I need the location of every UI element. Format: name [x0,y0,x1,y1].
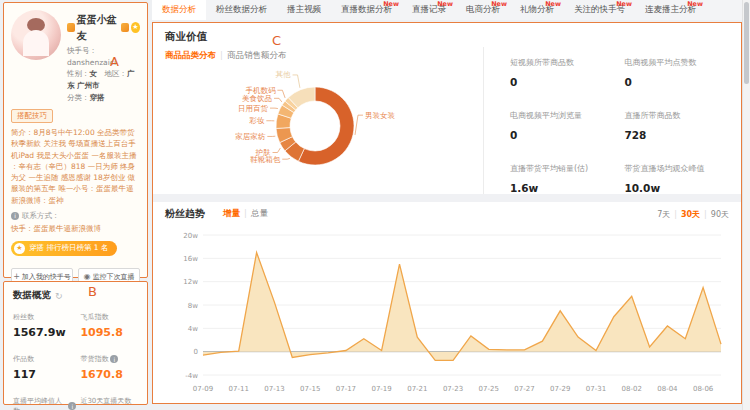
refresh-icon[interactable]: ↻ [55,291,63,301]
page-scrollbar[interactable] [742,0,750,410]
stat-label: 短视频所带商品数 [510,57,615,68]
stat-label: 电商视频平均浏览量 [510,110,615,121]
stat-label: 近30天直播天数 [80,396,131,406]
overview-stat-5: 近30天直播天数9 [80,396,138,410]
business-stat-4: 直播带货平均销量(估)1.6w [510,163,615,194]
profile-name: 蛋蛋小盆友 [77,12,119,43]
donut-label-3: 家居家纺 [235,132,266,141]
region-label: 地区： [105,69,128,78]
tab-5[interactable]: 电商分析New [456,0,510,20]
donut-label-4: 彩妆 [249,116,265,125]
x-tick-label: 07-31 [586,385,606,393]
x-tick-label: 07-15 [300,385,320,393]
stat-label: 直播所带商品数 [625,110,730,121]
x-tick-label: 08-04 [657,385,678,393]
info-icon[interactable]: i [68,402,76,410]
tab-3[interactable]: 直播数据分析New [331,0,402,20]
kuaishou-id: danshenzaici [67,58,116,67]
profile-tag: 搭配技巧 [11,109,53,123]
tab-label: 数据分析 [162,4,196,16]
donut-label-line [274,98,282,102]
profile-card: 蛋蛋小盆友 ★ 快手号：danshenzaici 性别：女 地区：广东 广州市 … [3,2,148,278]
x-tick-label: 07-17 [336,385,356,393]
overview-stat-3: 带货指数i1670.8 [80,354,138,381]
y-tick-label: -4w [185,372,198,380]
overview-stats: 粉丝数1567.9w飞瓜指数1095.8作品数117带货指数i1670.8直播平… [13,312,138,410]
tiger-emoji-icon [121,23,129,32]
range-30d[interactable]: 30天 [681,210,700,219]
overview-card: 数据概览 ↻ 粉丝数1567.9w飞瓜指数1095.8作品数117带货指数i16… [3,281,148,405]
x-tick-label: 07-27 [514,385,534,393]
stat-value: 1095.8 [80,326,138,339]
contact-value: 快手：蛋蛋最牛逼新浪微博 [11,224,140,234]
trophy-icon: ★ [14,243,25,254]
subtab-sales-distribution[interactable]: 商品销售额分布 [227,50,287,60]
donut-label-7: 手机数码 [245,86,275,95]
trend-area-fill [203,253,721,361]
shop-badge-icon: ★ [131,22,140,33]
business-stat-2: 电商视频平均浏览量0 [510,110,615,141]
range-90d[interactable]: 90天 [711,210,729,219]
y-tick-label: 20w [183,232,198,240]
tab-8[interactable]: 连麦播主分析New [635,0,706,20]
category-donut-chart: 男装女装鞋靴箱包护肤家居家纺彩妆日用百货美食饮品手机数码其他 [165,62,483,192]
gender-label: 性别： [67,69,90,78]
stat-value: 728 [625,129,730,141]
profile-intro: 简介：8月8号中午12:00 全品类带货 秋季新款 关注我 每场直播送上百台手机… [11,127,140,206]
annotation-letter-b: B [88,284,97,299]
x-tick-label: 07-25 [479,385,499,393]
donut-label-line [293,75,300,88]
tiger-emoji-icon [67,23,75,32]
stat-label: 直播平均峰值人数 [13,396,66,410]
subtab-category-distribution[interactable]: 商品品类分布 [165,50,216,60]
stat-value: 10.0w [625,182,730,194]
category-label: 分类： [67,93,90,102]
stat-value: 1670.8 [80,368,138,381]
mode-increment[interactable]: 增量 [223,208,240,218]
tab-6[interactable]: 礼物分析New [510,0,564,20]
overview-stat-0: 粉丝数1567.9w [13,312,76,339]
main-tabbar: 数据分析粉丝数据分析播主视频直播数据分析New直播记录New电商分析New礼物分… [152,0,743,20]
x-tick-label: 07-09 [193,385,213,393]
x-tick-label: 07-11 [229,385,249,393]
gender-value: 女 [90,69,98,78]
annotation-letter-a: A [110,54,119,69]
overview-stat-1: 飞瓜指数1095.8 [80,312,138,339]
mode-total[interactable]: 总量 [251,208,268,218]
stat-label: 直播带货平均销量(估) [510,163,615,174]
y-tick-label: 16w [183,255,198,263]
info-icon[interactable]: i [110,355,118,363]
tab-7[interactable]: 关注的快手号New [564,0,635,20]
business-stat-3: 直播所带商品数728 [625,110,730,141]
stat-value: 0 [625,76,730,88]
donut-label-6: 美食饮品 [242,94,272,103]
rank-badge[interactable]: ★ 穿搭 排行榜日榜第 1 名 [11,241,117,256]
y-tick-label: 8w [188,302,198,310]
new-badge: New [545,0,561,8]
tab-2[interactable]: 播主视频 [277,0,331,20]
donut-label-0: 男装女装 [365,111,396,120]
scrollbar-thumb[interactable] [744,2,749,84]
business-stat-0: 短视频所带商品数0 [510,57,615,88]
business-stat-1: 电商视频平均点赞数0 [625,57,730,88]
range-7d[interactable]: 7天 [657,210,670,219]
stat-label: 电商视频平均点赞数 [625,57,730,68]
category-value: 穿搭 [90,93,105,102]
business-stats: 短视频所带商品数0电商视频平均点赞数0电商视频平均浏览量0直播所带商品数728直… [483,47,729,194]
tab-4[interactable]: 直播记录New [402,0,456,20]
stat-label: 带货指数 [80,354,108,364]
donut-label-2: 护肤 [255,148,272,157]
section-divider [153,194,741,202]
x-tick-label: 07-23 [443,385,463,393]
tab-0[interactable]: 数据分析 [152,0,206,20]
stat-label: 作品数 [13,354,34,364]
tab-1[interactable]: 粉丝数据分析 [206,0,277,20]
stat-label: 飞瓜指数 [80,312,108,322]
y-tick-label: 0 [194,348,198,356]
y-tick-label: 12w [183,278,198,286]
contact-label: 联系方式： [22,211,60,221]
tab-label: 播主视频 [287,4,321,16]
x-tick-label: 07-13 [264,385,284,393]
donut-label-8: 其他 [276,70,292,79]
x-tick-label: 07-29 [550,385,570,393]
